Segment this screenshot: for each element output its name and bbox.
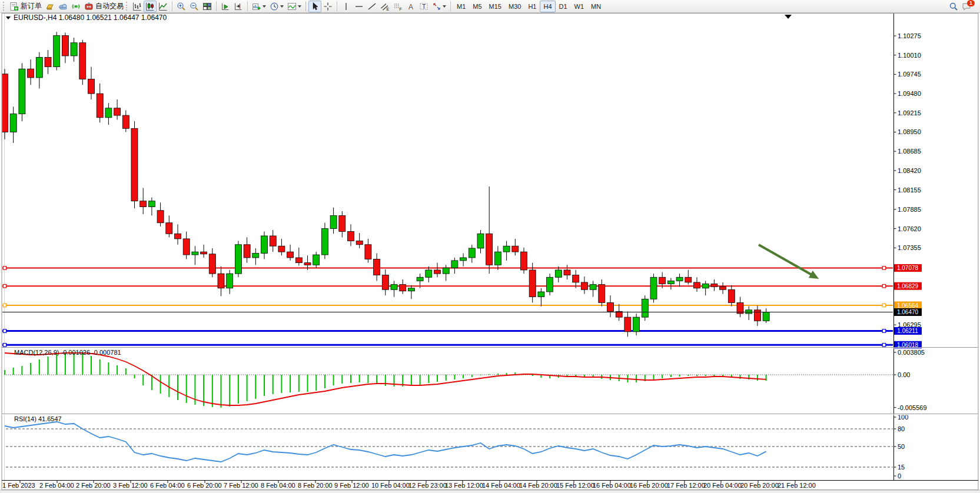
new-order-button[interactable]: 新订单 (8, 1, 44, 12)
gold-ingot-icon (45, 2, 55, 11)
level-line-handle[interactable] (882, 329, 886, 333)
price-tick-label: 1.08685 (898, 148, 921, 155)
toolbar-separator (305, 1, 306, 11)
level-line-handle[interactable] (3, 267, 6, 270)
timeframe-m1-button[interactable]: M1 (453, 1, 469, 12)
timeframe-m15-button[interactable]: M15 (486, 1, 505, 12)
indicators-button[interactable] (285, 1, 303, 12)
horizontal-line-tool-button[interactable] (353, 1, 366, 12)
vertical-line-tool-button[interactable] (340, 1, 353, 12)
candle-body (573, 275, 579, 282)
line-chart-mode-button[interactable] (157, 1, 170, 12)
zoom-in-button[interactable] (175, 1, 188, 12)
timeframe-w1-button[interactable]: W1 (571, 1, 588, 12)
text-tool-button[interactable]: A (404, 1, 417, 12)
candle-body (590, 285, 596, 290)
candle-body (564, 270, 570, 275)
level-line-handle[interactable] (882, 267, 886, 270)
text-icon: A (406, 2, 416, 11)
candle-body (460, 258, 467, 261)
text-label-tool-button[interactable]: T (417, 1, 430, 12)
time-tick-label: 6 Feb 04:00 (150, 482, 185, 489)
time-tick-label: 1 Feb 2023 (2, 482, 35, 489)
price-tick-label: 1.08155 (898, 186, 921, 194)
level-line-handle[interactable] (882, 304, 886, 307)
timeframe-mn-button[interactable]: MN (587, 1, 604, 12)
timeframe-m30-button[interactable]: M30 (505, 1, 524, 12)
candle-body (356, 241, 363, 245)
toolbar-grip[interactable] (126, 2, 129, 11)
crosshair-tool-button[interactable] (321, 1, 334, 12)
new-chart-button[interactable] (250, 1, 268, 12)
equidistant-channel-tool-button[interactable]: E (378, 1, 391, 12)
autotrading-icon (84, 2, 94, 11)
candle-body (650, 277, 657, 299)
macd-tick-label: 0.00 (898, 371, 910, 378)
chevron-down-icon (280, 5, 284, 8)
time-tick-label: 8 Feb 20:00 (298, 482, 333, 489)
level-line-handle[interactable] (3, 329, 6, 333)
autotrading-button[interactable]: 自动交易 (82, 1, 125, 12)
svg-text:A: A (408, 2, 413, 11)
timeframe-h4-button[interactable]: H4 (540, 1, 555, 12)
time-tick-label: 16 Feb 20:00 (630, 482, 668, 489)
candle-body (746, 310, 752, 314)
price-tick-label: 1.08950 (898, 128, 921, 135)
level-line-handle[interactable] (3, 304, 6, 307)
candle-body (763, 312, 769, 321)
candlestick-mode-button[interactable] (144, 1, 157, 12)
cursor-icon (310, 2, 320, 11)
notifications-button[interactable]: 1 (960, 1, 973, 12)
candle-body (114, 108, 121, 115)
search-icon (949, 2, 958, 11)
candle-body (97, 94, 103, 118)
candle-body (175, 234, 181, 239)
candle-body (79, 43, 86, 79)
chart-window[interactable]: EURUSD-,H4 1.06480 1.06521 1.06447 1.064… (0, 13, 980, 493)
horizontal-line-icon (354, 2, 364, 11)
time-tick-label: 20 Feb 20:00 (740, 482, 779, 489)
community-button[interactable] (57, 1, 69, 12)
arrows-tool-button[interactable] (430, 1, 448, 12)
candle-body (19, 69, 25, 114)
notification-badge: 1 (967, 0, 975, 6)
candle-body (607, 302, 614, 311)
timeframe-h1-button[interactable]: H1 (524, 1, 540, 12)
timeframe-m5-button[interactable]: M5 (469, 1, 485, 12)
candle-body (477, 234, 484, 248)
trendline-icon (367, 2, 377, 11)
tile-windows-button[interactable] (201, 1, 214, 12)
bar-chart-mode-button[interactable] (131, 1, 144, 12)
level-line-handle[interactable] (3, 284, 6, 288)
level-line-handle[interactable] (3, 344, 6, 347)
clock-icon (270, 2, 279, 11)
time-tick-label: 16 Feb 04:00 (593, 482, 631, 489)
time-axis[interactable]: 1 Feb 20232 Feb 04:002 Feb 20:003 Feb 12… (2, 481, 816, 489)
toolbar-grip[interactable] (3, 2, 6, 11)
svg-text:F: F (400, 6, 402, 11)
chart-shift-button[interactable] (232, 1, 245, 12)
search-button[interactable] (947, 1, 960, 12)
toolbar-separator (247, 1, 248, 11)
level-line-handle[interactable] (882, 284, 886, 288)
time-tick-label: 6 Feb 20:00 (187, 482, 222, 489)
periods-button[interactable] (268, 1, 285, 12)
signals-button[interactable] (69, 1, 82, 12)
timeframe-d1-button[interactable]: D1 (556, 1, 571, 12)
macd-tick-label: -0.005569 (898, 404, 927, 411)
zoom-out-button[interactable] (188, 1, 201, 12)
candle-body (374, 259, 380, 275)
chart-canvas[interactable]: EURUSD-,H4 1.06480 1.06521 1.06447 1.064… (0, 13, 980, 493)
candle-body (10, 114, 16, 132)
cursor-tool-button[interactable] (308, 1, 321, 12)
time-tick-label: 12 Feb 23:00 (408, 482, 447, 489)
candle-body (45, 57, 51, 66)
auto-scroll-button[interactable] (219, 1, 232, 12)
gold-button[interactable] (44, 1, 57, 12)
candle-body (330, 215, 337, 228)
level-line-handle[interactable] (882, 344, 886, 347)
fibonacci-tool-button[interactable]: F (391, 1, 404, 12)
candle-body (754, 310, 760, 321)
chart-title[interactable]: EURUSD-,H4 1.06480 1.06521 1.06447 1.064… (6, 14, 167, 22)
trendline-tool-button[interactable] (366, 1, 378, 12)
